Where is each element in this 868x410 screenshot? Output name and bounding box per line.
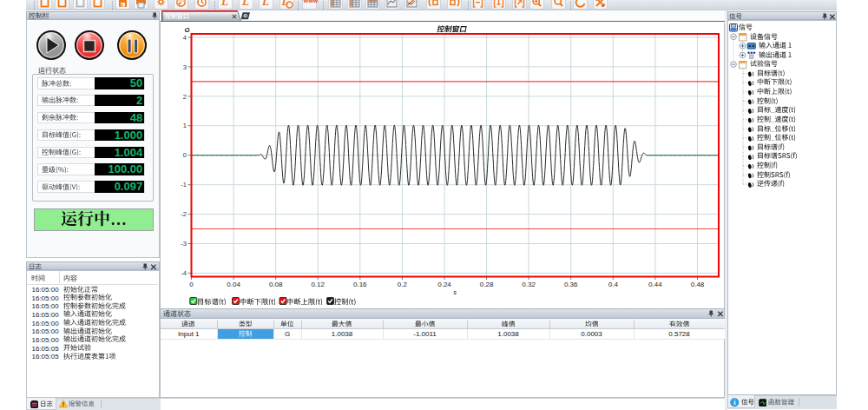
svg-text:0.08: 0.08 xyxy=(268,281,282,288)
svg-text:-3: -3 xyxy=(181,240,187,248)
svg-text:0.4: 0.4 xyxy=(608,281,618,288)
svg-text:0.28: 0.28 xyxy=(479,281,493,288)
svg-text:s: s xyxy=(453,288,457,296)
svg-text:0.36: 0.36 xyxy=(563,281,577,288)
svg-text:1: 1 xyxy=(182,122,186,129)
svg-text:0.48: 0.48 xyxy=(690,281,704,288)
svg-text:0.44: 0.44 xyxy=(648,281,662,288)
svg-text:-2: -2 xyxy=(181,210,187,218)
svg-text:0.16: 0.16 xyxy=(353,281,367,288)
svg-text:0: 0 xyxy=(189,281,194,288)
svg-text:0.2: 0.2 xyxy=(397,281,407,288)
svg-text:3: 3 xyxy=(182,63,186,70)
svg-text:0.32: 0.32 xyxy=(522,281,536,288)
svg-text:0.04: 0.04 xyxy=(227,281,240,288)
svg-text:2: 2 xyxy=(182,92,186,100)
svg-text:0.24: 0.24 xyxy=(437,281,451,288)
svg-text:-4: -4 xyxy=(181,269,187,277)
svg-text:4: 4 xyxy=(182,33,186,41)
svg-text:0.12: 0.12 xyxy=(311,281,325,288)
svg-text:0: 0 xyxy=(182,151,186,159)
svg-text:-1: -1 xyxy=(181,181,187,188)
svg-text:G: G xyxy=(184,26,189,34)
